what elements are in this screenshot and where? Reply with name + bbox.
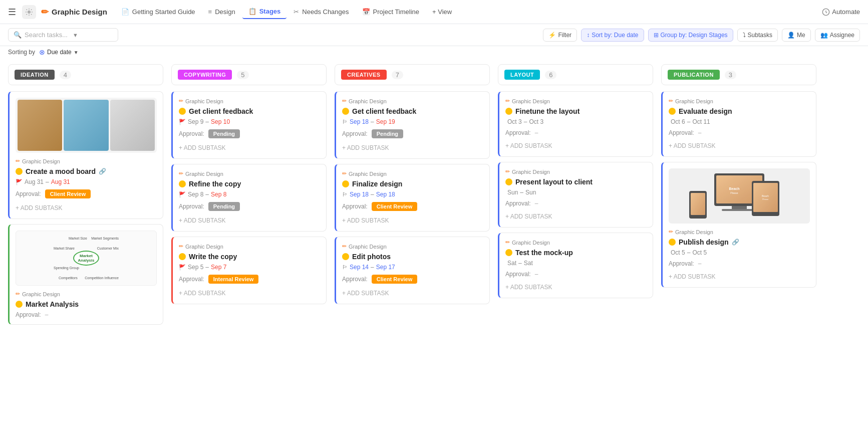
sort-button[interactable]: ↕ Sort by: Due date [581,29,644,42]
card-title-copywriting-1: Refine the copy [179,180,320,188]
card-copywriting-2[interactable]: ✏ Graphic Design Write the copy 🚩 Sep 5 … [171,237,327,304]
pencil-icon: ✏ [342,170,347,177]
close-sort-icon[interactable]: ⊗ [39,48,45,56]
add-subtask-btn[interactable]: + ADD SUBTASK [505,283,647,292]
nav-tabs: 📄 Getting Started Guide ≡ Design 📋 Stage… [115,5,820,19]
settings-icon[interactable] [22,5,36,19]
svg-text:Beach: Beach [729,187,739,190]
status-dot [505,178,512,185]
add-subtask-btn[interactable]: + ADD SUBTASK [342,216,483,225]
edit-link-icon[interactable]: 🔗 [732,239,739,246]
add-subtask-btn[interactable]: + ADD SUBTASK [505,212,647,221]
card-dates-publication-1: Oct 5 – Oct 5 [669,249,810,256]
card-layout-1[interactable]: ✏ Graphic Design Present layout to clien… [498,162,653,228]
card-project-copywriting-1: ✏ Graphic Design [179,170,320,177]
approval-dash: – [535,129,538,136]
approval-badge[interactable]: Internal Review [208,275,259,284]
search-box[interactable]: 🔍 Search tasks... ▼ [8,28,118,42]
approval-badge[interactable]: Client Review [372,275,418,284]
automate-button[interactable]: Automate [822,8,860,16]
add-subtask-btn[interactable]: + ADD SUBTASK [179,143,320,152]
group-button[interactable]: ⊞ Group by: Design Stages [648,29,733,42]
svg-rect-5 [732,206,747,209]
approval-row-creatives-2: Approval:Client Review [342,275,483,284]
approval-row-creatives-0: Approval:Pending [342,129,483,138]
approval-badge[interactable]: Client Review [372,202,418,211]
approval-badge[interactable]: Pending [372,129,403,138]
approval-label: Approval: [342,130,368,137]
cards-copywriting: ✏ Graphic Design Get client feedback 🚩 S… [171,91,327,304]
card-publication-1[interactable]: Beach Please Beach Please ✏ Graphic Desi… [661,162,816,288]
subtasks-button[interactable]: ⤵ Subtasks [737,29,778,42]
tab-add-view[interactable]: + View [426,5,458,19]
card-copywriting-1[interactable]: ✏ Graphic Design Refine the copy 🚩 Sep 8… [171,164,327,232]
card-project-publication-1: ✏ Graphic Design [669,229,810,235]
card-collage [16,98,157,153]
card-creatives-2[interactable]: ✏ Graphic Design Edit photos 🏳 Sep 14 – … [335,237,490,304]
tab-design[interactable]: ≡ Design [202,5,241,19]
cards-layout: ✏ Graphic Design Finetune the layout Oct… [498,91,653,298]
card-dates-creatives-0: 🏳 Sep 18 – Sep 19 [342,118,483,125]
pencil-icon: ✏ [179,243,183,250]
date-flag-icon: 🏳 [342,119,348,125]
add-subtask-btn[interactable]: + ADD SUBTASK [179,216,320,225]
status-dot [669,108,676,115]
add-subtask-btn[interactable]: + ADD SUBTASK [342,143,483,152]
add-subtask-btn[interactable]: + ADD SUBTASK [16,203,157,212]
card-project-layout-1: ✏ Graphic Design [505,168,647,175]
card-ideation-0[interactable]: ✏ Graphic Design Create a mood board 🔗 🚩… [8,91,163,219]
svg-text:Please: Please [762,198,769,200]
card-dates-layout-2: Sat – Sat [505,260,647,267]
svg-text:Please: Please [730,191,738,194]
date-flag-icon: 🚩 [179,264,186,271]
column-ideation: IDEATION 4 ✏ Graphic Design Create a moo… [8,64,163,416]
tab-getting-started[interactable]: 📄 Getting Started Guide [115,5,201,19]
approval-badge[interactable]: Pending [208,202,240,211]
card-creatives-0[interactable]: ✏ Graphic Design Get client feedback 🏳 S… [335,91,490,159]
board: IDEATION 4 ✏ Graphic Design Create a moo… [0,58,868,422]
date-flag-icon: 🚩 [16,179,23,185]
card-layout-2[interactable]: ✏ Graphic Design Test the mock-up Sat – … [498,233,653,298]
column-copywriting: COPYWRITING 5 ✏ Graphic Design Get clien… [171,64,327,416]
pencil-icon: ✏ [342,98,347,104]
card-copywriting-0[interactable]: ✏ Graphic Design Get client feedback 🚩 S… [171,91,327,159]
tab-project-timeline[interactable]: 📅 Project Timeline [356,5,425,19]
card-project-creatives-2: ✏ Graphic Design [342,243,483,250]
column-badge-publication: PUBLICATION [668,70,720,80]
add-subtask-btn[interactable]: + ADD SUBTASK [179,289,320,298]
card-ideation-1[interactable]: MarketAnalysis Market Size Market Segmen… [8,224,163,325]
tab-stages[interactable]: 📋 Stages [242,5,287,19]
pencil-icon: ✏ [179,170,183,177]
filter-button[interactable]: ⚡ Filter [543,29,577,42]
card-dates-layout-0: Oct 3 – Oct 3 [505,118,647,125]
hamburger-icon[interactable]: ☰ [8,7,16,18]
card-publication-0[interactable]: ✏ Graphic Design Evaluate design Oct 6 –… [661,91,816,157]
sort-chip[interactable]: ⊗ Due date ▼ [39,48,79,56]
approval-badge[interactable]: Pending [208,129,240,138]
approval-row-copywriting-1: Approval:Pending [179,202,320,211]
approval-badge[interactable]: Client Review [45,189,91,198]
add-subtask-btn[interactable]: + ADD SUBTASK [505,141,647,150]
top-nav: ☰ ✏ Graphic Design 📄 Getting Started Gui… [0,0,868,24]
me-button[interactable]: 👤 Me [782,29,811,42]
assignee-button[interactable]: 👥 Assignee [815,29,860,42]
approval-row-creatives-1: Approval:Client Review [342,202,483,211]
column-header-creatives: CREATIVES 7 [335,64,490,85]
card-project-copywriting-2: ✏ Graphic Design [179,243,320,250]
column-publication: PUBLICATION 3 ✏ Graphic Design Evaluate … [661,64,816,416]
card-creatives-1[interactable]: ✏ Graphic Design Finalize design 🏳 Sep 1… [335,164,490,232]
edit-link-icon[interactable]: 🔗 [99,168,106,175]
card-project-layout-2: ✏ Graphic Design [505,239,647,246]
status-dot [669,239,676,246]
add-subtask-btn[interactable]: + ADD SUBTASK [669,141,810,150]
add-subtask-btn[interactable]: + ADD SUBTASK [669,272,810,281]
card-layout-0[interactable]: ✏ Graphic Design Finetune the layout Oct… [498,91,653,157]
sort-direction-icon: ▼ [74,50,79,55]
card-title-copywriting-2: Write the copy [179,253,320,261]
date-flag-icon: 🏳 [342,191,348,197]
approval-row-ideation-0: Approval:Client Review [16,189,157,198]
tab-needs-changes[interactable]: ✂ Needs Changes [287,5,355,19]
column-count-layout: 6 [545,71,556,79]
add-subtask-btn[interactable]: + ADD SUBTASK [342,289,483,298]
status-dot [505,108,512,115]
